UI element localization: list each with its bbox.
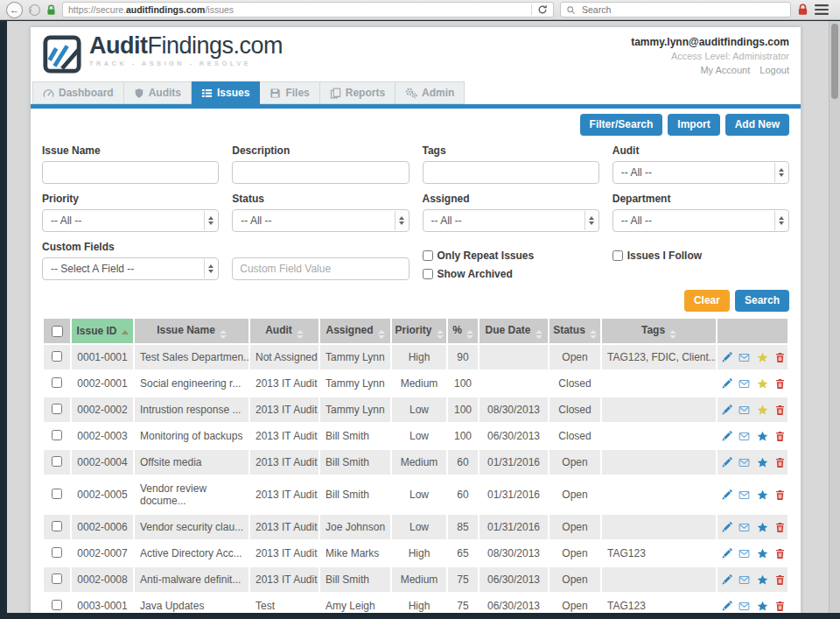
edit-icon[interactable] <box>721 378 732 390</box>
trash-icon[interactable] <box>774 489 786 501</box>
scrollbar-track[interactable] <box>829 21 840 613</box>
search-button[interactable]: Search <box>735 290 789 312</box>
status-select[interactable]: -- All -- <box>232 209 409 232</box>
filter-search-button[interactable]: Filter/Search <box>580 114 663 136</box>
tags-input[interactable] <box>423 161 599 184</box>
reload-icon[interactable] <box>537 4 548 15</box>
tab-files[interactable]: Files <box>260 81 319 104</box>
issues-i-follow-checkbox[interactable] <box>612 250 623 261</box>
assigned-select[interactable]: -- All -- <box>423 209 599 232</box>
issue-name-input[interactable] <box>42 161 219 184</box>
trash-icon[interactable] <box>774 601 786 612</box>
custom-field-value-input[interactable] <box>232 257 409 280</box>
star-icon[interactable] <box>757 574 768 586</box>
url-bar[interactable]: https://secure.auditfindings.com/issues <box>62 2 554 18</box>
header-status[interactable]: Status <box>550 319 600 343</box>
department-select[interactable]: -- All -- <box>612 209 789 232</box>
email-icon[interactable] <box>738 522 750 533</box>
row-checkbox[interactable] <box>52 377 62 388</box>
row-checkbox[interactable] <box>52 456 62 467</box>
header-issue-name[interactable]: Issue Name <box>135 319 248 343</box>
add-new-button[interactable]: Add New <box>725 114 789 136</box>
description-input[interactable] <box>232 161 409 184</box>
star-icon[interactable] <box>757 352 768 363</box>
star-icon[interactable] <box>757 548 768 559</box>
info-icon[interactable]: i <box>29 4 40 16</box>
tab-audits[interactable]: Audits <box>124 81 192 104</box>
show-archived-checkbox[interactable] <box>423 269 433 279</box>
trash-icon[interactable] <box>774 548 786 559</box>
select-all-checkbox[interactable] <box>52 326 63 337</box>
email-icon[interactable] <box>738 457 750 468</box>
edit-icon[interactable] <box>721 489 732 501</box>
user-box: tammy.lynn@auditfindings.com Access Leve… <box>631 35 789 78</box>
row-checkbox[interactable] <box>52 573 62 584</box>
tab-reports[interactable]: Reports <box>320 81 396 104</box>
logo-icon <box>42 34 82 74</box>
scrollbar-thumb[interactable] <box>831 24 838 99</box>
padlock-green-icon[interactable] <box>46 4 56 16</box>
custom-fields-select[interactable]: -- Select A Field -- <box>42 257 219 280</box>
back-button[interactable]: ← <box>6 2 23 18</box>
import-button[interactable]: Import <box>668 114 719 136</box>
star-icon[interactable] <box>757 522 768 533</box>
star-icon[interactable] <box>757 431 768 442</box>
clear-button[interactable]: Clear <box>684 290 730 312</box>
trash-icon[interactable] <box>774 457 786 468</box>
star-icon[interactable] <box>757 378 768 390</box>
header-percent[interactable]: % <box>448 319 478 343</box>
star-icon[interactable] <box>757 404 768 416</box>
email-icon[interactable] <box>738 548 750 559</box>
email-icon[interactable] <box>738 352 750 363</box>
header-audit[interactable]: Audit <box>250 319 318 343</box>
trash-icon[interactable] <box>774 574 786 586</box>
my-account-link[interactable]: My Account <box>700 65 750 75</box>
row-checkbox[interactable] <box>52 404 62 414</box>
trash-icon[interactable] <box>774 352 786 363</box>
edit-icon[interactable] <box>721 601 732 612</box>
site-logo[interactable]: AuditFindings.com TRACK - ASSIGN - RESOL… <box>42 34 283 74</box>
tab-dashboard[interactable]: Dashboard <box>32 81 124 104</box>
edit-icon[interactable] <box>721 548 732 559</box>
email-icon[interactable] <box>738 404 750 416</box>
edit-icon[interactable] <box>721 457 732 468</box>
star-icon[interactable] <box>757 601 768 612</box>
trash-icon[interactable] <box>774 431 786 442</box>
edit-icon[interactable] <box>721 522 732 533</box>
email-icon[interactable] <box>738 489 750 501</box>
edit-icon[interactable] <box>721 352 732 363</box>
row-checkbox[interactable] <box>52 430 62 440</box>
menu-icon[interactable] <box>815 4 829 15</box>
browser-search-bar[interactable] <box>560 2 791 18</box>
logout-link[interactable]: Logout <box>760 65 789 75</box>
star-icon[interactable] <box>757 457 768 468</box>
audit-select[interactable]: -- All -- <box>612 161 789 184</box>
padlock-red-icon[interactable] <box>797 4 808 16</box>
trash-icon[interactable] <box>774 378 786 390</box>
row-checkbox[interactable] <box>52 521 62 531</box>
header-assigned[interactable]: Assigned <box>320 319 390 343</box>
email-icon[interactable] <box>738 378 750 390</box>
edit-icon[interactable] <box>721 574 732 586</box>
browser-search-input[interactable] <box>580 4 785 16</box>
row-checkbox[interactable] <box>52 547 62 558</box>
star-icon[interactable] <box>757 489 768 501</box>
edit-icon[interactable] <box>721 431 732 442</box>
priority-select[interactable]: -- All -- <box>42 209 219 232</box>
trash-icon[interactable] <box>774 522 786 533</box>
header-due-date[interactable]: Due Date <box>480 319 548 343</box>
email-icon[interactable] <box>738 431 750 442</box>
row-checkbox[interactable] <box>52 351 62 362</box>
edit-icon[interactable] <box>721 404 732 416</box>
header-issue-id[interactable]: Issue ID <box>72 319 133 343</box>
only-repeat-issues-checkbox[interactable] <box>423 250 433 261</box>
email-icon[interactable] <box>738 601 750 612</box>
trash-icon[interactable] <box>774 404 786 416</box>
row-checkbox[interactable] <box>52 489 62 499</box>
header-priority[interactable]: Priority <box>392 319 446 343</box>
header-tags[interactable]: Tags <box>602 319 716 343</box>
tab-admin[interactable]: Admin <box>396 81 465 104</box>
row-checkbox[interactable] <box>52 600 62 610</box>
tab-issues[interactable]: Issues <box>192 81 260 104</box>
email-icon[interactable] <box>738 574 750 586</box>
